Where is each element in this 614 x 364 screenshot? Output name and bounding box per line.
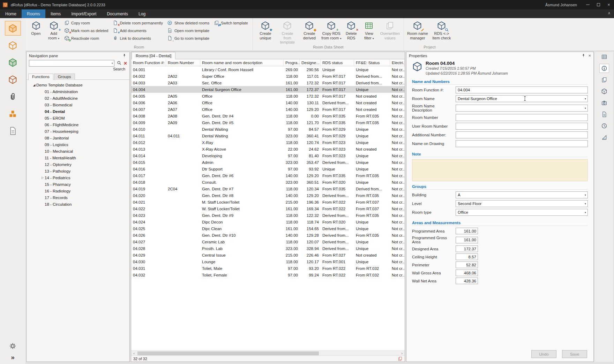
show-deleted-rooms-button[interactable]: Show deleted rooms (166, 19, 212, 26)
building-select[interactable] (456, 191, 588, 198)
tree-item[interactable]: 04 - Dental (27, 108, 129, 115)
documents-tab-icon[interactable] (599, 110, 609, 119)
table-row[interactable]: 04.005 2A05 Office 118.00 172.32 From RT… (131, 93, 405, 99)
history-tab-icon[interactable] (599, 121, 609, 130)
room-model-tab-icon[interactable] (599, 87, 609, 96)
column-header-electrical[interactable]: Electri... (390, 59, 405, 66)
column-header-ffe-status[interactable]: FF&E: Status (354, 59, 390, 66)
table-row[interactable]: 04.021 M. Staff Locker/Toilet 215.00 196… (131, 199, 405, 205)
room-number-input[interactable] (456, 114, 588, 121)
tree-item[interactable]: 06 - FlightMedicine (27, 121, 129, 128)
navigation-search-input[interactable] (29, 60, 114, 67)
rooms-module-icon[interactable] (5, 21, 21, 36)
tree-expand-icon[interactable]: ◢ (32, 83, 36, 87)
measurement-input[interactable] (456, 278, 478, 284)
maximize-button[interactable] (593, 0, 604, 9)
table-row[interactable]: 04.026 Gen. Dent. Dtr #10 140.00 129.28 … (131, 232, 405, 238)
building-dropdown-icon[interactable]: ▾ (585, 194, 586, 197)
expand-sidebar-icon[interactable]: » (11, 354, 15, 361)
room-type-select[interactable] (456, 209, 588, 216)
table-row[interactable]: 04.014 Developing 97.00 81.40 From RT.02… (131, 152, 405, 159)
overwritten-values-button[interactable]: Overwritten values (379, 19, 402, 41)
room-name-description-input[interactable] (456, 105, 588, 112)
add-documents-button[interactable]: + Add documents (112, 27, 165, 34)
open-room-button[interactable]: Open (28, 19, 44, 41)
create-unique-button[interactable]: ★ Create unique (255, 19, 276, 41)
room-name-input[interactable] (456, 95, 588, 102)
attachments-module-icon[interactable] (5, 89, 21, 104)
measurement-input[interactable] (456, 261, 478, 268)
clear-search-icon[interactable]: × (124, 61, 127, 66)
table-row[interactable]: 04.029 Central Issue 215.00 226.46 From … (131, 252, 405, 258)
room-function-input[interactable] (456, 86, 588, 93)
project-module-icon[interactable] (5, 106, 21, 121)
scroll-right-icon[interactable]: › (399, 351, 405, 355)
search-link[interactable]: Search (27, 67, 129, 72)
tree-item[interactable]: 01 - Administration (27, 88, 129, 95)
column-header-rds-status[interactable]: RDS status (321, 59, 354, 66)
table-row[interactable]: 04.007 2A07 Office 140.00 129.20 From RT… (131, 106, 405, 113)
table-row[interactable]: 04.018 Consult. 323.00 360.51 From RT.02… (131, 179, 405, 185)
table-row[interactable]: 04.030 Lounge 118.00 120.17 From RT.001 … (131, 258, 405, 265)
undo-button[interactable]: Undo (531, 350, 556, 358)
close-pane-icon[interactable]: × (588, 53, 591, 58)
systems-module-icon[interactable] (5, 72, 21, 87)
delete-rds-button[interactable]: × Delete RDS (343, 19, 360, 41)
table-row[interactable]: 04.022 W. Staff Locker/Toilet 161.00 169… (131, 205, 405, 212)
table-row[interactable]: 04.020 Gen. Dent. Dtr #8 140.00 129.20 D… (131, 192, 405, 199)
rds-item-check-button[interactable]: RDS <-> Item check (430, 19, 453, 41)
save-button[interactable]: Save (562, 350, 587, 358)
table-row[interactable]: 04.009 2A09 Gen. Dent. Dtr #5 118.00 121… (131, 119, 405, 126)
additional-number-input[interactable] (456, 131, 588, 138)
items-module-icon[interactable] (5, 55, 21, 70)
mark-room-deleted-button[interactable]: × Mark room as deleted (63, 27, 111, 34)
table-row[interactable]: 04.011 04.011 Dental Waiting 323.00 360.… (131, 132, 405, 139)
switch-template-button[interactable]: ⇄ Switch template (213, 19, 250, 26)
table-row[interactable]: 04.004 Dental Surgeon Office 161.00 172.… (131, 86, 405, 93)
level-dropdown-icon[interactable]: ▾ (585, 202, 586, 205)
add-room-button[interactable]: + Add room ▾ (45, 19, 62, 41)
collapse-ribbon-icon[interactable]: ∧ (608, 11, 611, 15)
goto-room-template-button[interactable]: → Go to room template (166, 35, 212, 42)
rooms-list-tab[interactable]: Rooms [04 - Dental] (132, 52, 175, 59)
table-row[interactable]: 04.010 Dental Waiting 97.00 84.57 From R… (131, 126, 405, 132)
column-header-programmed[interactable]: Progra... (284, 59, 300, 66)
room-list-module-icon[interactable] (5, 38, 21, 53)
table-row[interactable]: 04.008 2A08 Gen. Dent. Dtr #4 118.00 0.0… (131, 113, 405, 119)
tree-item[interactable]: 10 - Mechanical (27, 148, 129, 154)
tree-item[interactable]: 07 - Housekeeping (27, 128, 129, 135)
tree-item[interactable]: 08 - Janitorial (27, 135, 129, 141)
link-documents-button[interactable]: Link to documents (112, 35, 165, 42)
pin-icon[interactable] (122, 53, 127, 58)
room-type-dropdown-icon[interactable]: ▾ (585, 211, 586, 214)
horizontal-scrollbar[interactable]: ‹ › (131, 350, 405, 356)
scrollbar-thumb[interactable] (137, 351, 319, 355)
table-row[interactable]: 04.023 Gen. Dent. Dtr #9 118.00 122.32 D… (131, 212, 405, 219)
table-row[interactable]: 04.024 Dipc Decon 118.00 118.74 From RT.… (131, 219, 405, 225)
copy-room-button[interactable]: Copy room (63, 19, 111, 26)
scroll-left-icon[interactable]: ‹ (131, 351, 137, 355)
tree-item[interactable]: 02 - AdultMedicine (27, 95, 129, 101)
tree-item[interactable]: 18 - Circulation (27, 201, 129, 207)
tree-item[interactable]: 03 - Biomedical (27, 101, 129, 108)
table-row[interactable]: 04.017 Gen. Dent. Dtr #6 140.00 129.20 F… (131, 172, 405, 179)
tree-item[interactable]: 15 - Pharmacy (27, 181, 129, 188)
room-name-manager-button[interactable]: Room name manager (406, 19, 429, 41)
measurements-tab-icon[interactable] (599, 133, 609, 142)
open-room-template-button[interactable]: Open room template (166, 27, 212, 34)
measurement-input[interactable] (456, 237, 478, 243)
menu-tab[interactable]: Documents (102, 9, 133, 18)
table-row[interactable]: 04.028 Prosth. Lab 323.00 328.94 Derived… (131, 245, 405, 252)
navigation-tab[interactable]: Groups (54, 74, 75, 80)
table-row[interactable]: 04.019 2C04 Gen. Dent. Dtr #7 118.00 120… (131, 185, 405, 192)
settings-gear-icon[interactable] (9, 342, 16, 350)
table-row[interactable]: 04.013 X-Ray Alcove 22.00 24.62 From RT.… (131, 146, 405, 152)
search-icon[interactable] (117, 60, 122, 66)
measurement-input[interactable] (456, 270, 478, 276)
table-row[interactable]: 04.016 Dtr Support 97.00 93.92 Unique Un… (131, 166, 405, 172)
table-row[interactable]: 04.001 Library / Conf. Room Hassell 269.… (131, 66, 405, 73)
tree-item[interactable]: 12 - Optometry (27, 161, 129, 168)
tree-item[interactable]: 13 - Pathology (27, 168, 129, 174)
room-name-description-dropdown-icon[interactable]: ▾ (585, 107, 586, 110)
navigation-tab[interactable]: Functions (28, 74, 53, 80)
